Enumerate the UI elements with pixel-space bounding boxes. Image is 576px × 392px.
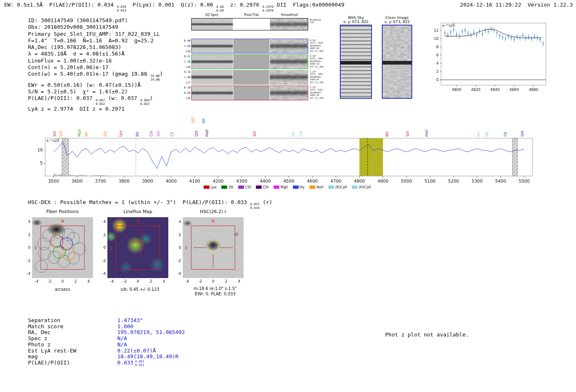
match-value: 195.978219, 51.065492	[117, 329, 185, 336]
data-point	[517, 36, 518, 37]
x-tick-label: -2	[121, 279, 129, 283]
text-segment: )	[160, 71, 163, 77]
data-point	[523, 35, 524, 37]
y-tick-label: 5	[40, 160, 43, 165]
x-tick-label: 5300	[471, 179, 483, 183]
legend-label: Lyα	[211, 185, 217, 189]
match-label: Separation	[28, 318, 117, 324]
text-segment: Obs: 20180520v008_3001147549	[28, 24, 118, 30]
x-tick-label: 3700	[95, 179, 106, 183]
legend-color-swatch	[293, 186, 299, 189]
flux-units-label: e⁻¹⁷x2Å	[442, 23, 455, 28]
x-tick-label: 4	[160, 279, 168, 283]
row-panels	[191, 39, 308, 53]
y-tick-label: 0	[98, 246, 106, 250]
spec2d-cutout	[192, 19, 233, 30]
data-point	[459, 36, 460, 37]
match-row: Match score1.000	[28, 324, 185, 330]
full-spectrum-plot: 5103500360037003800390040004100420043004…	[36, 137, 538, 190]
info-line: F=1.4" T=0.166 N̄=1.16 A=0.92 g=25.2	[28, 37, 163, 44]
x-tick-label: -4	[183, 279, 191, 283]
legend-color-swatch	[238, 186, 244, 189]
hatched-mask-band	[512, 138, 518, 176]
data-point	[470, 35, 471, 36]
spec2d-row: 0.141.481171.21" (673, 988) 20180520 v00…	[182, 70, 329, 85]
legend-label: MgII	[281, 185, 288, 189]
plot-border	[45, 138, 532, 176]
match-value: 18.49(18.49,18.49)R	[117, 354, 179, 360]
y-tick-label: 2	[436, 70, 439, 74]
with-sky-coords: x, y: 673, 822	[340, 20, 372, 24]
match-label: Match score	[28, 324, 117, 330]
fiber-positions-image: NE	[32, 217, 93, 278]
info-line: Obs: 20180520v008_3001147549	[28, 24, 163, 30]
text-segment: OII	[274, 2, 293, 8]
trace-band	[192, 91, 233, 95]
x-tick-label: 4300	[236, 179, 247, 183]
spec-line-label: SiII	[53, 131, 57, 137]
spec-line-label: Hβ	[503, 132, 507, 137]
y-tick-label: 6	[436, 53, 439, 57]
header-timestamp: 2024-12-16 11:29:22 Version 1.22.3	[460, 2, 573, 12]
x-tick-label: 3600	[72, 179, 83, 183]
pixel-flat-cutout	[232, 70, 269, 85]
info-line: RA,Dec (195.978226,51.065083)	[28, 44, 163, 51]
spec-line-label: Lyα	[58, 130, 63, 137]
row-stats: 0.100.88136	[182, 86, 190, 100]
data-point	[496, 32, 497, 34]
match-row: Separation1.47343"	[28, 318, 185, 324]
compass-east: E	[185, 246, 188, 250]
data-point	[453, 29, 454, 30]
spec-line-label: NV	[385, 132, 389, 137]
legend-label: CIV	[245, 185, 251, 189]
info-line: Primary Spec_Slot_IFU_AMP: 317_022_039_L…	[28, 31, 163, 37]
text-segment: Primary Spec_Slot_IFU_AMP: 317_022_039_L…	[28, 31, 160, 37]
match-value: N/A	[117, 342, 127, 348]
pixel-flat-cutout	[233, 55, 270, 69]
row-stats: 0.401.49136	[182, 39, 190, 53]
data-point	[485, 30, 486, 31]
text-segment: λ = 4835.18Å σ = 4.08(±1.56)Å	[28, 51, 125, 57]
x-tick-label: 4	[235, 279, 243, 283]
legend-label: OII	[228, 185, 233, 189]
hsc-image-panel: HSC(26.2) r N E m:18.6 re:1.0" s:1.5" EW…	[172, 208, 258, 297]
x-tick-label: 3800	[118, 179, 130, 183]
legend-color-swatch	[204, 186, 209, 189]
trace-band	[270, 90, 308, 96]
legend-item: Lyα	[204, 185, 217, 189]
data-point	[479, 31, 480, 32]
legend-color-swatch	[328, 186, 334, 189]
info-line: Cont(w) = 5.40(±0.01)e-17 (gmag 19.88 19…	[28, 71, 163, 81]
x-tick-label: 2	[147, 279, 155, 283]
hsc-caption-2: EWr: 0. PLAE: 0.033	[172, 292, 258, 296]
detection-info-block: ID: 3001147549 (3001147549.pdf)Obs: 2018…	[28, 17, 163, 113]
x-tick-label: 4840	[490, 88, 500, 92]
stat-value: 136	[182, 50, 190, 53]
legend-label: Hγ	[300, 185, 304, 189]
info-line: EWr = 0.50(±0.16) (w: 0.47(±0.15))Å	[28, 82, 163, 88]
y-tick-label: 8	[436, 45, 439, 49]
spec-line-label: HeII	[205, 130, 209, 137]
spec-line-label: OII	[291, 132, 295, 137]
x-tick-label: 0	[134, 279, 142, 283]
y-tick-label: 2	[173, 233, 181, 237]
info-line: λ = 4835.18Å σ = 4.08(±1.56)Å	[28, 51, 163, 57]
compass-east: E	[35, 246, 37, 250]
stat-value: 0.88	[182, 91, 190, 95]
text-segment: )	[150, 95, 153, 101]
data-point	[447, 35, 448, 36]
y-tick-label: 0	[22, 246, 30, 250]
legend-item: (K)CaII	[328, 185, 347, 189]
x-tick-label: 5400	[495, 179, 506, 183]
match-row: mag18.49(18.49,18.49)R	[28, 354, 185, 360]
compass-north: N	[137, 219, 139, 223]
x-tick-label: 5000	[401, 179, 412, 183]
data-point	[531, 38, 532, 39]
match-row: RA, Dec195.978219, 51.065492	[28, 329, 185, 336]
y-tick-label: 10	[434, 37, 439, 41]
header-measurements: EW: 0.5±1.5Å P(LAE)/P(OII): 0.034 0.0590…	[4, 2, 344, 12]
spec2d-block: 2D Spec Pixel Flat Smoothed Weighted Sum…	[182, 12, 329, 104]
row-panels	[191, 18, 308, 30]
spec2d-row: 0.211.201160.98" (672, 996) 20180520 v00…	[182, 54, 329, 69]
fiber-circle	[73, 243, 86, 255]
